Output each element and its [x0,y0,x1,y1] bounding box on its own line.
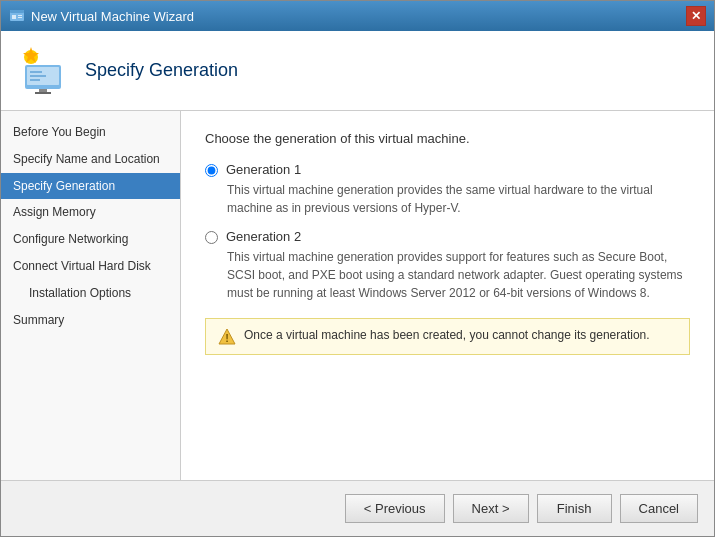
window-title: New Virtual Machine Wizard [31,9,194,24]
svg-rect-14 [30,79,40,81]
gen1-radio[interactable] [205,164,218,177]
svg-text:!: ! [225,332,229,344]
sidebar-item-assign-memory[interactable]: Assign Memory [1,199,180,226]
svg-rect-11 [35,92,51,94]
gen1-desc: This virtual machine generation provides… [227,181,690,217]
warning-box: ! Once a virtual machine has been create… [205,318,690,355]
header-icon [17,45,69,97]
next-button[interactable]: Next > [453,494,529,523]
gen1-radio-option[interactable]: Generation 1 [205,162,690,177]
close-button[interactable]: ✕ [686,6,706,26]
svg-rect-3 [18,15,22,16]
sidebar-item-before-you-begin[interactable]: Before You Begin [1,119,180,146]
content-area: Before You BeginSpecify Name and Locatio… [1,111,714,480]
sidebar-item-summary[interactable]: Summary [1,307,180,334]
gen2-desc: This virtual machine generation provides… [227,248,690,302]
gen1-label[interactable]: Generation 1 [226,162,301,177]
window: New Virtual Machine Wizard ✕ Specify Gen… [0,0,715,537]
title-bar-icon [9,8,25,24]
sidebar-item-installation-options[interactable]: Installation Options [1,280,180,307]
svg-rect-12 [30,71,42,73]
cancel-button[interactable]: Cancel [620,494,698,523]
gen2-radio-option[interactable]: Generation 2 [205,229,690,244]
warning-text: Once a virtual machine has been created,… [244,327,650,344]
svg-rect-13 [30,75,46,77]
gen2-label[interactable]: Generation 2 [226,229,301,244]
finish-button[interactable]: Finish [537,494,612,523]
sidebar-item-specify-generation[interactable]: Specify Generation [1,173,180,200]
sidebar: Before You BeginSpecify Name and Locatio… [1,111,181,480]
gen2-radio[interactable] [205,231,218,244]
title-bar-left: New Virtual Machine Wizard [9,8,194,24]
intro-text: Choose the generation of this virtual ma… [205,131,690,146]
warning-icon: ! [218,328,236,346]
header-section: Specify Generation [1,31,714,111]
sidebar-item-connect-virtual-hard-disk[interactable]: Connect Virtual Hard Disk [1,253,180,280]
svg-rect-2 [12,15,16,19]
svg-rect-4 [18,17,22,18]
svg-rect-1 [10,10,24,13]
header-title: Specify Generation [85,60,238,81]
sidebar-item-configure-networking[interactable]: Configure Networking [1,226,180,253]
main-content: Choose the generation of this virtual ma… [181,111,714,480]
footer: < Previous Next > Finish Cancel [1,480,714,536]
title-bar: New Virtual Machine Wizard ✕ [1,1,714,31]
previous-button[interactable]: < Previous [345,494,445,523]
sidebar-item-specify-name-location[interactable]: Specify Name and Location [1,146,180,173]
